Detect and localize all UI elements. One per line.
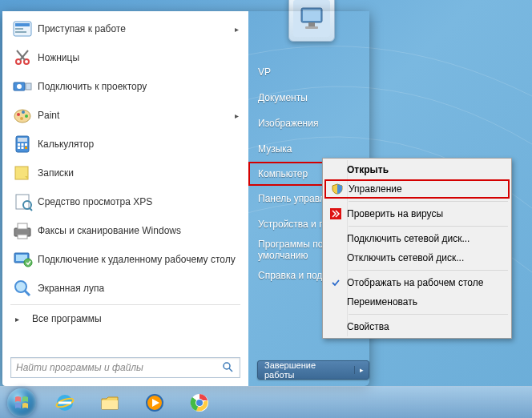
svg-line-41 [229,368,232,372]
remote-desktop-icon [10,249,34,270]
taskbar-chrome[interactable] [179,389,220,416]
folder-icon [99,392,121,414]
separator [349,270,508,271]
svg-rect-24 [25,143,27,146]
kaspersky-icon [324,208,347,219]
shutdown-button[interactable]: Завершение работы ▸ [257,360,369,380]
app-getting-started[interactable]: Приступая к работе ▸ [6,14,245,43]
all-programs-arrow-icon: ▸ [15,315,19,324]
separator [349,201,508,202]
taskbar-ie[interactable] [45,389,85,416]
svg-point-14 [17,84,22,89]
svg-point-38 [15,281,26,292]
getting-started-icon [10,18,34,39]
projector-icon [10,76,34,97]
svg-rect-28 [15,167,28,179]
ctx-open[interactable]: Открыть [324,160,510,179]
shutdown-dropdown-arrow-icon[interactable]: ▸ [354,366,369,374]
chrome-icon [188,392,211,414]
svg-line-31 [30,208,32,211]
svg-rect-33 [18,223,27,229]
submenu-arrow-icon: ▸ [235,111,239,120]
sticky-notes-icon [10,163,34,183]
media-player-icon [143,392,166,414]
svg-rect-23 [22,143,24,146]
svg-point-18 [25,115,28,118]
svg-rect-7 [15,31,26,33]
app-label: Paint [34,110,240,121]
svg-rect-27 [25,147,27,149]
svg-point-17 [22,111,25,114]
app-calculator[interactable]: Калькулятор [6,130,245,159]
calculator-icon [10,134,34,155]
svg-point-16 [17,113,20,116]
separator [349,226,508,227]
svg-point-40 [224,363,230,369]
svg-rect-13 [26,83,31,90]
xps-viewer-icon [10,191,34,212]
svg-rect-45 [102,400,118,409]
svg-point-50 [196,400,203,406]
app-label: Записки [34,167,240,179]
app-label: Ножницы [34,52,240,63]
ctx-rename[interactable]: Переименовать [324,292,510,311]
svg-rect-21 [18,138,27,142]
right-item-user[interactable]: VP [248,59,369,85]
all-programs-button[interactable]: ▸ Все программы [6,307,245,331]
ctx-properties[interactable]: Свойства [324,317,510,336]
ctx-show-desktop[interactable]: Отображать на рабочем столе [324,273,510,292]
shield-icon [326,183,349,195]
app-label: Калькулятор [34,139,240,150]
start-menu: Приступая к работе ▸ Ножницы Подключить … [2,11,369,386]
search-icon [222,361,235,374]
scissors-icon [10,47,34,68]
right-item-documents[interactable]: Документы [248,85,369,111]
app-paint[interactable]: Paint ▸ [6,101,245,130]
app-remote-desktop[interactable]: Подключение к удаленному рабочему столу [6,245,245,274]
svg-rect-22 [18,143,20,146]
app-magnifier[interactable]: Экранная лупа [6,274,245,303]
ctx-unmap-drive[interactable]: Отключить сетевой диск... [324,248,510,267]
taskbar-media-player[interactable] [135,389,175,416]
app-label: Подключение к удаленному рабочему столу [34,254,240,265]
svg-rect-5 [15,23,30,26]
taskbar [0,386,532,418]
svg-rect-34 [18,235,27,239]
ctx-scan-virus[interactable]: Проверить на вирусы [324,204,510,223]
svg-point-19 [20,117,23,120]
app-label: Факсы и сканирование Windows [34,225,240,236]
search-placeholder: Найти программы и файлы [16,362,143,373]
app-label: Подключить к проектору [34,81,240,92]
svg-rect-25 [18,147,20,149]
submenu-arrow-icon: ▸ [235,25,239,34]
shutdown-label: Завершение работы [258,360,354,380]
all-programs-label: Все программы [32,313,102,324]
svg-line-39 [25,291,30,295]
magnifier-icon [10,278,34,299]
start-button[interactable] [3,387,40,419]
fax-icon [10,220,34,241]
svg-rect-6 [15,28,23,30]
start-menu-left-panel: Приступая к работе ▸ Ножницы Подключить … [2,11,248,386]
checkmark-icon [324,278,347,287]
app-sticky-notes[interactable]: Записки [6,159,245,187]
taskbar-explorer[interactable] [90,389,130,416]
app-label: Экранная лупа [34,283,240,294]
app-label: Средство просмотра XPS [34,196,240,207]
ie-icon [54,392,76,414]
svg-rect-26 [22,147,24,149]
ctx-map-drive[interactable]: Подключить сетевой диск... [324,229,510,248]
paint-palette-icon [10,105,34,126]
svg-point-37 [24,259,32,267]
app-projector[interactable]: Подключить к проектору [6,72,245,101]
separator [349,314,508,315]
app-label: Приступая к работе [34,23,240,34]
app-fax-scan[interactable]: Факсы и сканирование Windows [6,216,245,245]
ctx-manage[interactable]: Управление [324,179,510,199]
windows-logo-icon [14,395,30,411]
search-input[interactable]: Найти программы и файлы [10,357,240,378]
right-item-pictures[interactable]: Изображения [248,111,369,136]
divider [10,304,240,305]
app-snipping-tool[interactable]: Ножницы [6,43,245,72]
app-xps-viewer[interactable]: Средство просмотра XPS [6,187,245,216]
